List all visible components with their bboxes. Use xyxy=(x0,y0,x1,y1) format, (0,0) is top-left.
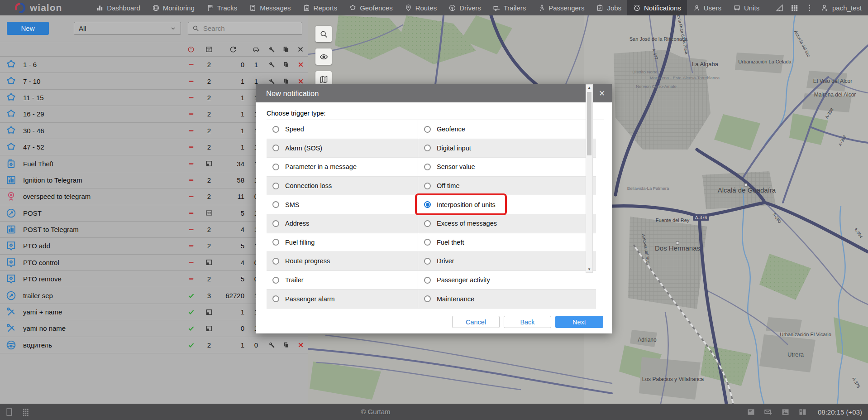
activation-toggle[interactable] xyxy=(182,143,200,151)
trigger-option[interactable]: Connection loss xyxy=(267,177,418,196)
monitor-icon[interactable] xyxy=(5,407,14,417)
delete-icon[interactable] xyxy=(297,341,305,349)
apps-icon[interactable] xyxy=(790,4,799,12)
radio-icon[interactable] xyxy=(424,126,431,133)
radio-icon[interactable] xyxy=(272,126,279,133)
nav-item-geofences[interactable]: Geofences xyxy=(343,0,399,15)
activation-toggle[interactable] xyxy=(182,77,200,85)
trigger-option[interactable]: Off time xyxy=(418,177,596,196)
scroll-up-icon[interactable]: ▲ xyxy=(586,86,592,90)
radio-icon[interactable] xyxy=(272,145,279,151)
radio-icon[interactable] xyxy=(424,277,431,284)
nav-item-passengers[interactable]: Passengers xyxy=(532,0,590,15)
trigger-option[interactable]: Driver xyxy=(418,252,596,271)
activation-toggle[interactable] xyxy=(182,308,200,316)
doc-lines-icon[interactable] xyxy=(746,407,756,417)
user-menu[interactable]: pach_test xyxy=(820,4,862,12)
columns-icon[interactable] xyxy=(798,407,807,417)
activation-toggle[interactable] xyxy=(182,242,200,250)
nav-item-users[interactable]: Users xyxy=(687,0,727,15)
activation-toggle[interactable] xyxy=(182,176,200,184)
radio-icon[interactable] xyxy=(424,295,431,302)
trigger-option[interactable]: Speed xyxy=(267,120,418,139)
radio-icon[interactable] xyxy=(272,201,279,208)
activation-toggle[interactable] xyxy=(182,193,200,200)
mail-forward-icon[interactable] xyxy=(763,407,773,417)
nav-item-drivers[interactable]: Drivers xyxy=(443,0,487,15)
radio-icon[interactable] xyxy=(272,220,279,227)
radio-icon[interactable] xyxy=(272,295,279,302)
nav-item-jobs[interactable]: Jobs xyxy=(590,0,627,15)
trigger-option[interactable]: SMS xyxy=(267,195,418,214)
activation-toggle[interactable] xyxy=(182,324,200,332)
copy-icon[interactable] xyxy=(282,341,290,349)
nav-item-reports[interactable]: Reports xyxy=(297,0,343,15)
cancel-button[interactable]: Cancel xyxy=(452,316,500,328)
nav-item-monitoring[interactable]: Monitoring xyxy=(146,0,200,15)
trigger-option[interactable]: Digital input xyxy=(418,139,596,158)
trigger-option[interactable]: Alarm (SOS) xyxy=(267,139,418,158)
nav-item-notifications[interactable]: Notifications xyxy=(627,0,687,15)
image-icon[interactable] xyxy=(781,407,790,417)
trigger-option[interactable]: Route progress xyxy=(267,252,418,271)
radio-icon[interactable] xyxy=(424,183,431,189)
trigger-option[interactable]: Passenger alarm xyxy=(267,290,418,309)
wrench-icon[interactable] xyxy=(268,341,276,349)
trigger-option[interactable]: Passenger activity xyxy=(418,271,596,290)
activation-toggle[interactable] xyxy=(182,292,200,299)
close-icon[interactable]: ✕ xyxy=(592,84,612,102)
new-notification-button[interactable]: New xyxy=(7,22,49,35)
activation-toggle[interactable] xyxy=(182,110,200,118)
scroll-thumb[interactable] xyxy=(587,92,591,155)
radio-icon[interactable] xyxy=(272,239,279,246)
radio-icon[interactable] xyxy=(424,239,431,246)
trigger-scrollbar[interactable]: ▲ ▼ xyxy=(586,84,593,273)
radio-icon[interactable] xyxy=(424,220,431,227)
trigger-option[interactable]: Trailer xyxy=(267,271,418,290)
activation-toggle[interactable] xyxy=(182,259,200,266)
trigger-option[interactable]: Sensor value xyxy=(418,158,596,177)
nav-item-dashboard[interactable]: Dashboard xyxy=(90,0,146,15)
copy-icon[interactable] xyxy=(282,61,290,68)
activation-toggle[interactable] xyxy=(182,275,200,283)
trigger-option[interactable]: Interposition of units xyxy=(418,195,596,214)
delete-icon[interactable] xyxy=(297,61,305,68)
map-visibility-button[interactable] xyxy=(315,48,332,65)
wrench-icon[interactable] xyxy=(268,61,276,68)
filter-select[interactable]: All xyxy=(74,22,181,35)
trigger-option[interactable]: Maintenance xyxy=(418,290,596,309)
nav-item-routes[interactable]: Routes xyxy=(399,0,443,15)
nav-item-messages[interactable]: Messages xyxy=(243,0,296,15)
ruler-icon[interactable] xyxy=(775,4,784,12)
activation-toggle[interactable] xyxy=(182,61,200,68)
radio-icon[interactable] xyxy=(272,164,279,170)
trigger-option[interactable]: Parameter in a message xyxy=(267,158,418,177)
trigger-option[interactable]: Address xyxy=(267,214,418,233)
next-button[interactable]: Next xyxy=(555,316,603,328)
radio-icon[interactable] xyxy=(424,145,431,151)
radio-selected[interactable] xyxy=(424,201,431,208)
nav-item-units[interactable]: Units xyxy=(727,0,765,15)
radio-icon[interactable] xyxy=(272,277,279,284)
activation-toggle[interactable] xyxy=(182,127,200,135)
notification-row[interactable]: 1 - 6201 xyxy=(0,57,308,73)
trigger-option[interactable]: Geofence xyxy=(418,120,596,139)
activation-toggle[interactable] xyxy=(182,209,200,217)
radio-icon[interactable] xyxy=(272,183,279,189)
back-button[interactable]: Back xyxy=(504,316,551,328)
activation-toggle[interactable] xyxy=(182,160,200,168)
radio-icon[interactable] xyxy=(272,258,279,265)
trigger-option[interactable]: Fuel filling xyxy=(267,233,418,252)
activation-toggle[interactable] xyxy=(182,226,200,233)
radio-icon[interactable] xyxy=(424,258,431,265)
grid-icon[interactable] xyxy=(21,407,31,417)
trigger-option[interactable]: Excess of messages xyxy=(418,214,596,233)
trigger-option[interactable]: Fuel theft xyxy=(418,233,596,252)
kebab-icon[interactable] xyxy=(805,4,814,12)
search-input[interactable] xyxy=(202,24,298,33)
activation-toggle[interactable] xyxy=(182,341,200,349)
activation-toggle[interactable] xyxy=(182,94,200,101)
scroll-down-icon[interactable]: ▼ xyxy=(586,267,592,271)
map-search-button[interactable] xyxy=(315,26,332,42)
nav-item-tracks[interactable]: Tracks xyxy=(200,0,243,15)
